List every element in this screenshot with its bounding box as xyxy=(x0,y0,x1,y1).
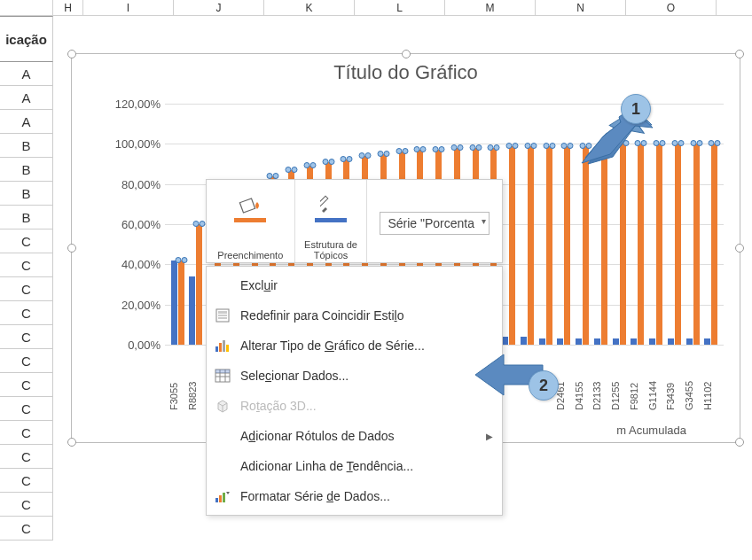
table-cell[interactable]: C xyxy=(0,421,53,445)
table-cell[interactable]: C xyxy=(0,325,53,349)
datapoint-marker[interactable] xyxy=(286,167,292,173)
col-header[interactable]: K xyxy=(264,0,355,15)
datapoint-marker[interactable] xyxy=(660,140,666,146)
datapoint-marker[interactable] xyxy=(193,221,200,227)
chart-handle[interactable] xyxy=(735,244,744,253)
bar-series-2[interactable] xyxy=(638,144,644,345)
ctx-select_data[interactable]: Selecionar Dados... xyxy=(207,361,502,391)
bar-series-1[interactable] xyxy=(649,338,655,345)
table-cell[interactable]: A xyxy=(0,110,53,134)
bar-series-2[interactable] xyxy=(620,144,626,345)
bar-series-2[interactable] xyxy=(546,146,552,345)
datapoint-marker[interactable] xyxy=(696,140,702,146)
datapoint-marker[interactable] xyxy=(561,143,568,149)
datapoint-marker[interactable] xyxy=(543,143,549,149)
ctx-reset[interactable]: Redefinir para Coincidir Estilo xyxy=(207,300,502,331)
bar-category[interactable] xyxy=(647,104,665,345)
datapoint-marker[interactable] xyxy=(359,152,365,159)
chart-title[interactable]: Título do Gráfico xyxy=(72,54,740,84)
datapoint-marker[interactable] xyxy=(475,144,482,151)
datapoint-marker[interactable] xyxy=(580,143,586,149)
datapoint-marker[interactable] xyxy=(414,146,420,152)
col-header[interactable]: L xyxy=(355,0,445,15)
bar-series-2[interactable] xyxy=(675,144,681,345)
bar-category[interactable] xyxy=(591,104,609,345)
datapoint-marker[interactable] xyxy=(715,140,721,146)
bar-series-2[interactable] xyxy=(564,146,570,345)
datapoint-marker[interactable] xyxy=(328,159,334,165)
datapoint-marker[interactable] xyxy=(322,159,328,165)
bar-series-2[interactable] xyxy=(583,146,589,345)
bar-series-2[interactable] xyxy=(693,144,700,345)
bar-category[interactable] xyxy=(555,104,573,345)
bar-category[interactable] xyxy=(168,104,186,345)
table-cell[interactable]: A xyxy=(0,62,53,86)
datapoint-marker[interactable] xyxy=(586,143,592,149)
col-header[interactable]: H xyxy=(53,0,83,15)
datapoint-marker[interactable] xyxy=(513,143,519,149)
bar-series-1[interactable] xyxy=(171,261,177,345)
chart-handle[interactable] xyxy=(402,50,411,58)
chart-handle[interactable] xyxy=(67,244,76,253)
col-header[interactable]: I xyxy=(83,0,174,15)
datapoint-marker[interactable] xyxy=(598,140,604,146)
table-cell[interactable]: C xyxy=(0,253,53,277)
datapoint-marker[interactable] xyxy=(690,140,696,146)
col-header[interactable]: O xyxy=(626,0,717,15)
table-cell[interactable]: C xyxy=(0,277,53,301)
datapoint-marker[interactable] xyxy=(604,140,610,146)
datapoint-marker[interactable] xyxy=(524,143,530,149)
table-cell[interactable]: C xyxy=(0,397,53,421)
bar-series-1[interactable] xyxy=(189,276,195,345)
datapoint-marker[interactable] xyxy=(457,144,463,151)
bar-category[interactable] xyxy=(574,104,591,345)
col-header[interactable]: J xyxy=(174,0,264,15)
bar-category[interactable] xyxy=(684,104,701,345)
bar-series-2[interactable] xyxy=(528,146,534,345)
bar-series-1[interactable] xyxy=(631,338,637,345)
datapoint-marker[interactable] xyxy=(347,156,353,162)
table-cell[interactable]: C xyxy=(0,469,53,493)
datapoint-marker[interactable] xyxy=(709,140,715,146)
datapoint-marker[interactable] xyxy=(377,151,383,157)
datapoint-marker[interactable] xyxy=(654,140,660,146)
datapoint-marker[interactable] xyxy=(623,140,629,146)
datapoint-marker[interactable] xyxy=(175,257,181,263)
table-cell[interactable]: C xyxy=(0,373,53,397)
col-header[interactable]: N xyxy=(536,0,626,15)
datapoint-marker[interactable] xyxy=(303,162,309,168)
datapoint-marker[interactable] xyxy=(420,146,427,152)
datapoint-marker[interactable] xyxy=(549,143,555,149)
datapoint-marker[interactable] xyxy=(200,221,206,227)
table-cell[interactable]: C xyxy=(0,301,53,325)
chart-handle[interactable] xyxy=(67,438,76,447)
ctx-delete[interactable]: Excluir xyxy=(207,270,502,300)
col-header[interactable]: M xyxy=(445,0,536,15)
table-cell[interactable]: C xyxy=(0,349,53,373)
bar-series-1[interactable] xyxy=(613,338,619,345)
datapoint-marker[interactable] xyxy=(365,152,372,159)
datapoint-marker[interactable] xyxy=(641,140,647,146)
datapoint-marker[interactable] xyxy=(402,148,408,154)
outline-button[interactable]: Estrutura de Tópicos xyxy=(295,180,368,262)
datapoint-marker[interactable] xyxy=(635,140,641,146)
bar-series-1[interactable] xyxy=(668,338,674,345)
datapoint-marker[interactable] xyxy=(181,257,187,263)
datapoint-marker[interactable] xyxy=(469,144,475,151)
table-cell[interactable]: B xyxy=(0,206,53,229)
bar-category[interactable] xyxy=(629,104,646,345)
bar-category[interactable] xyxy=(537,104,554,345)
datapoint-marker[interactable] xyxy=(678,140,684,146)
datapoint-marker[interactable] xyxy=(616,140,623,146)
bar-category[interactable] xyxy=(187,104,205,345)
bar-series-1[interactable] xyxy=(704,338,710,345)
datapoint-marker[interactable] xyxy=(273,173,279,179)
bar-series-2[interactable] xyxy=(711,144,717,345)
datapoint-marker[interactable] xyxy=(267,173,273,179)
table-cell[interactable]: B xyxy=(0,182,53,206)
datapoint-marker[interactable] xyxy=(341,156,347,162)
bar-category[interactable] xyxy=(665,104,683,345)
table-cell[interactable]: B xyxy=(0,134,53,158)
ctx-change_type[interactable]: Alterar Tipo de Gráfico de Série... xyxy=(207,331,502,361)
datapoint-marker[interactable] xyxy=(439,146,445,152)
